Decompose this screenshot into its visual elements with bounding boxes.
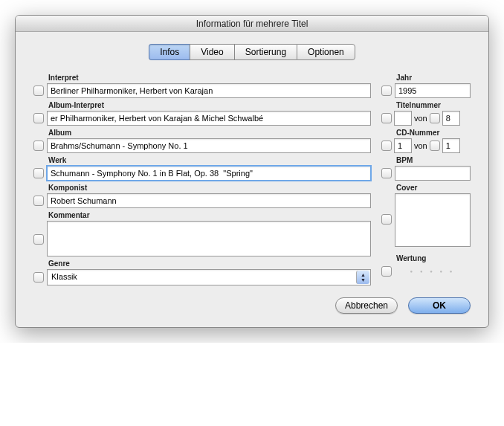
label-albuminterpret: Album-Interpret	[48, 101, 371, 109]
input-track-a[interactable]	[394, 111, 412, 126]
input-kommentar[interactable]	[47, 221, 371, 256]
window-titlebar: Information für mehrere Titel	[16, 16, 488, 32]
label-titelnummer: Titelnummer	[396, 101, 471, 109]
label-album: Album	[48, 129, 371, 137]
input-cd-b[interactable]	[442, 138, 460, 153]
label-kommentar: Kommentar	[48, 211, 371, 219]
label-komponist: Komponist	[48, 184, 371, 192]
label-von-track: von	[414, 114, 427, 123]
label-cover: Cover	[396, 184, 471, 192]
checkbox-track-b[interactable]	[430, 113, 440, 123]
input-track-b[interactable]	[442, 111, 460, 126]
checkbox-album[interactable]	[33, 141, 44, 151]
input-album[interactable]	[47, 138, 371, 153]
input-bpm[interactable]	[395, 166, 471, 181]
checkbox-track-a[interactable]	[381, 113, 392, 123]
checkbox-komponist[interactable]	[33, 196, 44, 206]
stepper-arrows-icon[interactable]: ▲▼	[356, 271, 369, 284]
cancel-button[interactable]: Abbrechen	[335, 297, 398, 314]
tab-infos[interactable]: Infos	[149, 44, 190, 60]
label-von-cd: von	[414, 141, 427, 150]
checkbox-jahr[interactable]	[381, 85, 392, 96]
input-jahr[interactable]	[395, 83, 471, 98]
checkbox-cd-a[interactable]	[381, 141, 392, 151]
label-jahr: Jahr	[396, 74, 471, 82]
checkbox-cd-b[interactable]	[430, 141, 440, 151]
rating-control[interactable]: ● ● ● ● ●	[395, 264, 471, 279]
input-komponist[interactable]	[47, 193, 371, 208]
combo-genre-text: Klassik	[48, 270, 355, 285]
label-interpret: Interpret	[48, 74, 371, 82]
tab-optionen[interactable]: Optionen	[297, 44, 355, 60]
label-bpm: BPM	[396, 156, 471, 164]
checkbox-albuminterpret[interactable]	[33, 113, 44, 123]
cover-well[interactable]	[395, 193, 471, 247]
input-werk[interactable]	[47, 166, 371, 181]
tab-bar: Infos Video Sortierung Optionen	[33, 44, 471, 60]
ok-button[interactable]: OK	[408, 297, 471, 314]
label-genre: Genre	[48, 259, 371, 268]
tab-sortierung[interactable]: Sortierung	[234, 44, 297, 60]
checkbox-interpret[interactable]	[33, 85, 44, 96]
checkbox-cover[interactable]	[381, 214, 392, 225]
input-interpret[interactable]	[47, 83, 371, 98]
label-wertung: Wertung	[396, 254, 471, 262]
label-werk: Werk	[48, 156, 371, 164]
window-title: Information für mehrere Titel	[196, 19, 308, 29]
checkbox-genre[interactable]	[33, 272, 44, 283]
checkbox-wertung[interactable]	[381, 266, 392, 277]
checkbox-bpm[interactable]	[381, 168, 392, 178]
label-cdnummer: CD-Nummer	[396, 129, 471, 137]
checkbox-kommentar[interactable]	[33, 234, 44, 245]
input-albuminterpret[interactable]	[47, 111, 371, 126]
input-cd-a[interactable]	[394, 138, 412, 153]
combo-genre[interactable]: Klassik ▲▼	[47, 269, 371, 285]
checkbox-werk[interactable]	[33, 168, 44, 178]
tab-video[interactable]: Video	[190, 44, 233, 60]
info-dialog: Information für mehrere Titel Infos Vide…	[15, 15, 489, 328]
